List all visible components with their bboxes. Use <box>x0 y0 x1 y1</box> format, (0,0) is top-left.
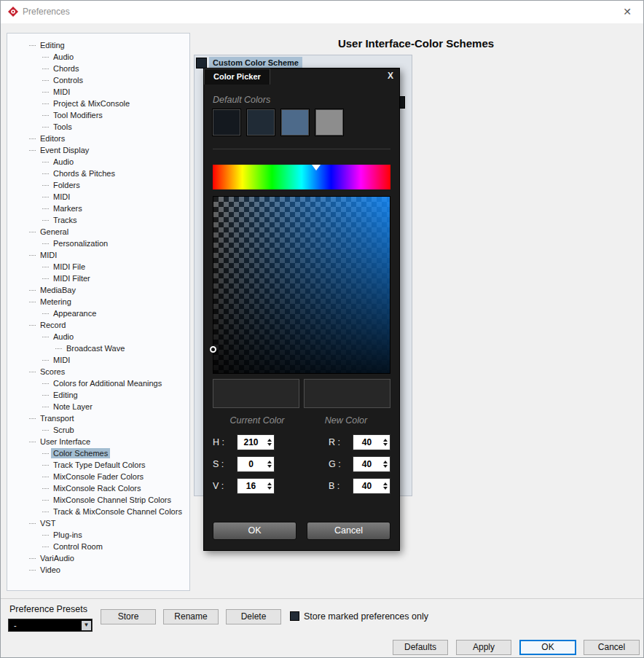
cancel-button[interactable]: Cancel <box>584 640 640 655</box>
preset-dropdown[interactable]: - ▼ <box>8 619 93 632</box>
sidebar-item-project-mixconsole[interactable]: Project & MixConsole <box>7 98 189 109</box>
sidebar-item-mixconsole-channel-strip-colors[interactable]: MixConsole Channel Strip Colors <box>7 494 189 506</box>
sidebar-item-video[interactable]: Video <box>7 564 189 576</box>
sidebar-item-event-display[interactable]: Event Display <box>7 144 189 156</box>
sidebar-item-record[interactable]: Record <box>7 319 189 331</box>
saturation-field-label: S : <box>213 459 230 469</box>
sidebar-item-tool-modifiers[interactable]: Tool Modifiers <box>7 109 189 121</box>
sidebar-item-variaudio[interactable]: VariAudio <box>7 552 189 564</box>
sidebar-item-appearance[interactable]: Appearance <box>7 308 189 319</box>
color-picker-close-icon[interactable]: X <box>388 71 393 81</box>
green-field-label: G : <box>329 459 346 469</box>
default-color-swatch-4[interactable] <box>315 109 343 136</box>
sidebar-item-folders[interactable]: Folders <box>7 179 189 191</box>
red-spinner-arrows[interactable] <box>380 435 390 450</box>
sidebar-item-audio[interactable]: Audio <box>7 331 189 342</box>
hue-slider[interactable] <box>213 165 390 189</box>
saturation-spinner-arrows[interactable] <box>264 457 274 471</box>
sidebar-item-midi-filter[interactable]: MIDI Filter <box>7 273 189 284</box>
red-spinner[interactable]: 40 <box>353 434 390 450</box>
sidebar-item-mixconsole-fader-colors[interactable]: MixConsole Fader Colors <box>7 471 189 482</box>
hue-spinner-arrows[interactable] <box>264 435 274 450</box>
sidebar-item-chords-pitches[interactable]: Chords & Pitches <box>7 168 189 179</box>
sidebar-item-editing[interactable]: Editing <box>7 389 189 401</box>
sidebar-item-vst[interactable]: VST <box>7 517 189 529</box>
rename-button[interactable]: Rename <box>163 609 219 624</box>
sidebar-item-transport[interactable]: Transport <box>7 412 189 424</box>
value-spinner[interactable]: 16 <box>237 478 275 494</box>
sidebar-item-user-interface[interactable]: User Interface <box>7 436 189 447</box>
sidebar-item-scrub[interactable]: Scrub <box>7 424 189 436</box>
sidebar-item-plug-ins[interactable]: Plug-ins <box>7 529 189 541</box>
ok-button[interactable]: OK <box>519 640 576 655</box>
blue-field-label: B : <box>329 481 346 491</box>
red-field-label: R : <box>329 437 346 447</box>
sidebar-item-note-layer[interactable]: Note Layer <box>7 401 189 412</box>
picker-cancel-button[interactable]: Cancel <box>307 522 390 540</box>
store-marked-checkbox[interactable] <box>290 611 299 621</box>
chevron-down-icon[interactable]: ▼ <box>82 621 91 630</box>
sidebar-item-editors[interactable]: Editors <box>7 133 189 144</box>
sidebar-item-label: Video <box>38 565 63 575</box>
picker-ok-button[interactable]: OK <box>213 522 297 540</box>
scheme-color-swatch[interactable] <box>196 58 207 68</box>
default-color-swatch-2[interactable] <box>247 109 275 136</box>
sidebar-item-broadcast-wave[interactable]: Broadcast Wave <box>7 342 189 354</box>
store-button[interactable]: Store <box>101 609 156 624</box>
sidebar-item-scores[interactable]: Scores <box>7 366 189 377</box>
sidebar-item-audio[interactable]: Audio <box>7 51 189 63</box>
sidebar-item-audio[interactable]: Audio <box>7 156 189 168</box>
hue-marker[interactable] <box>312 165 321 171</box>
sidebar-item-midi-file[interactable]: MIDI File <box>7 261 189 273</box>
saturation-value-area[interactable] <box>213 196 390 374</box>
sidebar-item-label: Appearance <box>51 308 98 318</box>
sidebar-item-mixconsole-rack-colors[interactable]: MixConsole Rack Colors <box>7 482 189 494</box>
green-spinner-arrows[interactable] <box>380 457 390 471</box>
sidebar-item-control-room[interactable]: Control Room <box>7 541 189 552</box>
sidebar-item-label: Broadcast Wave <box>64 343 127 353</box>
sidebar-item-label: MIDI Filter <box>51 273 93 283</box>
sidebar-item-label: MIDI <box>51 87 72 97</box>
sidebar-item-controls[interactable]: Controls <box>7 74 189 86</box>
value-field-label: V : <box>213 481 230 491</box>
sidebar-item-mediabay[interactable]: MediaBay <box>7 284 189 296</box>
preference-presets-label: Preference Presets <box>9 604 87 614</box>
sidebar-item-label: Plug-ins <box>51 530 85 540</box>
sidebar-item-metering[interactable]: Metering <box>7 296 189 308</box>
sidebar-item-midi[interactable]: MIDI <box>7 191 189 203</box>
color-picker-header: Color Picker X <box>204 68 399 85</box>
delete-button[interactable]: Delete <box>226 609 281 624</box>
value-spinner-arrows[interactable] <box>264 479 274 493</box>
default-color-swatch-1[interactable] <box>213 109 240 136</box>
sidebar-item-label: Editing <box>38 40 67 50</box>
sidebar-item-general[interactable]: General <box>7 226 189 238</box>
sidebar-item-midi[interactable]: MIDI <box>7 249 189 261</box>
sidebar-item-label: General <box>38 227 71 237</box>
green-spinner[interactable]: 40 <box>353 456 390 472</box>
hue-spinner[interactable]: 210 <box>237 434 275 450</box>
sidebar-item-chords[interactable]: Chords <box>7 63 189 74</box>
sidebar-item-tools[interactable]: Tools <box>7 121 189 133</box>
blue-spinner[interactable]: 40 <box>353 478 390 494</box>
sidebar-item-label: MixConsole Rack Colors <box>51 483 143 493</box>
sidebar-item-midi[interactable]: MIDI <box>7 86 189 98</box>
hue-gradient-bar[interactable] <box>213 165 390 189</box>
sidebar-item-editing[interactable]: Editing <box>7 39 189 51</box>
saturation-spinner[interactable]: 0 <box>237 456 275 472</box>
sidebar-item-track-mixconsole-channel-colors[interactable]: Track & MixConsole Channel Colors <box>7 506 189 517</box>
sidebar-item-midi[interactable]: MIDI <box>7 354 189 366</box>
green-value: 40 <box>353 459 380 469</box>
blue-spinner-arrows[interactable] <box>380 479 390 493</box>
sidebar-item-markers[interactable]: Markers <box>7 203 189 214</box>
sv-marker[interactable] <box>210 346 216 353</box>
titlebar: Preferences ✕ <box>1 1 643 23</box>
sidebar-item-track-type-default-colors[interactable]: Track Type Default Colors <box>7 459 189 471</box>
defaults-button[interactable]: Defaults <box>393 640 448 655</box>
window-close-icon[interactable]: ✕ <box>617 4 637 20</box>
apply-button[interactable]: Apply <box>456 640 511 655</box>
sidebar-item-colors-for-additional-meanings[interactable]: Colors for Additional Meanings <box>7 377 189 389</box>
sidebar-item-tracks[interactable]: Tracks <box>7 214 189 226</box>
default-color-swatch-3[interactable] <box>281 109 309 136</box>
sidebar-item-personalization[interactable]: Personalization <box>7 238 189 249</box>
sidebar-item-color-schemes[interactable]: Color Schemes <box>7 447 189 459</box>
